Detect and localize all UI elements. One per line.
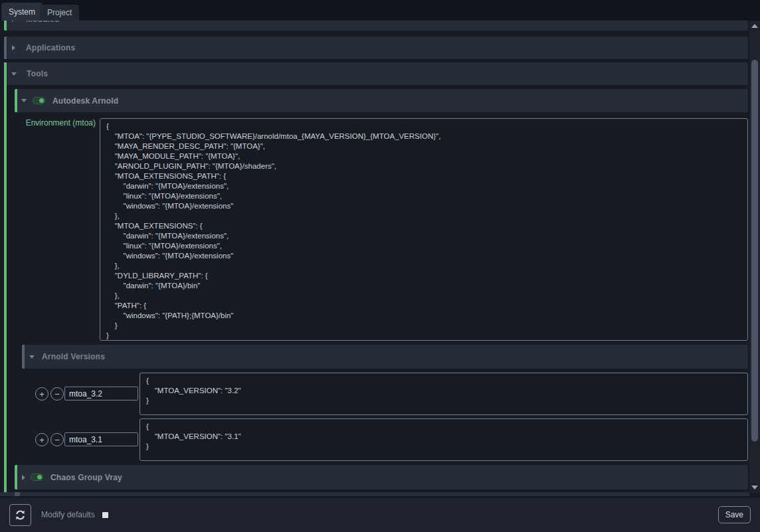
vertical-scrollbar-thumb[interactable]: [751, 60, 758, 442]
modify-defaults-checkbox[interactable]: [102, 512, 108, 518]
section-header-arnold-versions[interactable]: Arnold Versions: [22, 345, 748, 369]
arrow-up-icon: [751, 24, 758, 28]
version-json-editor[interactable]: { "MTOA_VERSION": "3.2" }: [140, 373, 748, 415]
section-title: Chaos Group Vray: [50, 473, 122, 482]
section-title: Arnold Versions: [42, 352, 105, 361]
tab-project[interactable]: Project: [40, 5, 79, 21]
chevron-down-icon: [11, 72, 17, 76]
tab-system-label: System: [9, 7, 35, 17]
section-header-tools[interactable]: Tools: [4, 62, 748, 85]
section-header-autodesk-arnold[interactable]: Autodesk Arnold: [15, 89, 748, 112]
add-version-button[interactable]: +: [35, 433, 48, 446]
refresh-button[interactable]: [9, 504, 31, 526]
settings-scroll-area: Modules Applications Tools Autodesk Arno…: [0, 21, 749, 497]
add-version-button[interactable]: +: [35, 387, 48, 400]
section-header-chaos-group-vray[interactable]: Chaos Group Vray: [15, 465, 748, 489]
save-button[interactable]: Save: [718, 506, 751, 523]
section-title: Modules: [26, 21, 59, 24]
chevron-right-icon: [22, 475, 25, 480]
toggle-knob: [37, 475, 42, 480]
tab-project-label: Project: [47, 8, 72, 17]
modify-defaults-label: Modify defaults: [41, 510, 95, 519]
refresh-icon: [15, 509, 26, 521]
environment-mtoa-editor[interactable]: { "MTOA": "{PYPE_STUDIO_SOFTWARE}/arnold…: [100, 118, 748, 341]
version-name-input[interactable]: [64, 387, 138, 400]
remove-version-button[interactable]: −: [50, 387, 64, 400]
horizontal-scrollbar[interactable]: [0, 492, 749, 496]
settings-window: { "window": { "tabs": [ {"label": "Syste…: [0, 0, 760, 532]
chevron-down-icon: [21, 99, 27, 102]
scroll-up-button[interactable]: [749, 21, 760, 31]
chevron-down-icon: [29, 355, 35, 359]
footer-toolbar: Modify defaults Save: [0, 497, 760, 532]
environment-mtoa-label: Environment (mtoa): [4, 118, 96, 128]
horizontal-scrollbar-thumb[interactable]: [15, 492, 20, 496]
chevron-right-icon: [12, 45, 15, 50]
tab-system[interactable]: System: [1, 3, 43, 21]
chevron-right-icon: [12, 21, 15, 22]
toggle-knob: [39, 98, 44, 103]
section-title: Autodesk Arnold: [52, 96, 118, 106]
section-header-modules[interactable]: Modules: [4, 21, 748, 31]
version-name-input[interactable]: [64, 432, 138, 446]
scroll-down-button[interactable]: [749, 482, 760, 493]
arnold-enabled-toggle[interactable]: [33, 97, 45, 104]
vray-enabled-toggle[interactable]: [31, 474, 43, 481]
tab-bar: System Project: [0, 0, 760, 21]
remove-version-button[interactable]: −: [50, 433, 64, 446]
version-json-editor[interactable]: { "MTOA_VERSION": "3.1" }: [140, 418, 748, 461]
vertical-scrollbar[interactable]: [749, 21, 760, 493]
arrow-down-icon: [751, 486, 758, 489]
section-title: Applications: [26, 43, 75, 52]
section-title: Tools: [27, 69, 48, 78]
section-header-applications[interactable]: Applications: [4, 37, 748, 59]
